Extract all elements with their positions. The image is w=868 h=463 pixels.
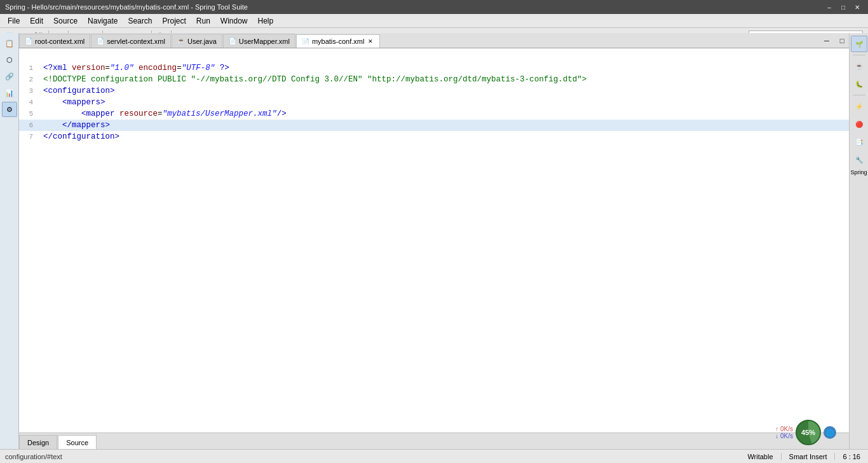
editor-tab-user-java[interactable]: ☕User.java (172, 34, 222, 48)
editor-tab-root-context-xml[interactable]: 📄root-context.xml (19, 34, 90, 48)
tab-controls: ─□ (820, 34, 849, 48)
perspective-spring[interactable]: 🌱 (851, 36, 867, 52)
tab-label: UserMapper.xml (239, 38, 290, 45)
code-editor[interactable]: 1<?xml version="1.0" encoding="UTF-8" ?>… (19, 48, 849, 463)
network-globe-icon: 🌐 (824, 426, 836, 439)
menu-item-help[interactable]: Help (253, 14, 279, 27)
persp-extra-3[interactable]: 📑 (851, 134, 867, 150)
tab-maximize-button[interactable]: □ (835, 34, 849, 48)
code-line: 6 </mappers> (19, 120, 849, 131)
code-line (19, 51, 849, 62)
code-text: <configuration> (38, 85, 115, 97)
editor-tab-mybatis-conf-xml[interactable]: 📄mybatis-conf.xml✕ (296, 34, 381, 48)
tab-icon-3: 📄 (229, 38, 236, 45)
code-text: </configuration> (38, 131, 119, 142)
tab-label: servlet-context.xml (107, 38, 165, 45)
left-btn-3[interactable]: 🔗 (2, 69, 17, 84)
editor-tab-servlet-context-xml[interactable]: 📄servlet-context.xml (91, 34, 171, 48)
tab-icon-2: ☕ (177, 38, 185, 45)
menu-item-window[interactable]: Window (215, 14, 253, 27)
tab-label: root-context.xml (35, 38, 85, 45)
menu-item-source[interactable]: Source (48, 14, 83, 27)
code-text: <mappers> (38, 97, 105, 108)
code-text: <mapper resource="mybatis/UserMapper.xml… (38, 108, 287, 120)
window-title: Spring - Hello/src/main/resources/mybati… (5, 3, 824, 11)
menu-item-search[interactable]: Search (123, 14, 157, 27)
minimize-button[interactable]: – (824, 2, 835, 12)
network-indicator: ↑ 0K/s ↓ 0K/s 45% 🌐 (775, 420, 836, 445)
menu-bar: FileEditSourceNavigateSearchProjectRunWi… (0, 14, 868, 28)
editor-tabs: 📄root-context.xml📄servlet-context.xml☕Us… (19, 33, 849, 48)
tab-icon-0: 📄 (25, 38, 32, 45)
bottom-tabs: DesignSource (19, 432, 849, 449)
persp-extra-2[interactable]: 🔴 (851, 116, 867, 132)
line-number: 5 (19, 108, 38, 120)
status-position: 6 : 16 (835, 453, 868, 460)
bottom-tab-source[interactable]: Source (58, 435, 97, 449)
line-number: 2 (19, 74, 38, 85)
left-btn-5[interactable]: ⚙ (2, 102, 17, 117)
tab-icon-4: 📄 (302, 38, 309, 45)
status-bar: configuration/#text Writable Smart Inser… (0, 449, 868, 463)
status-writable: Writable (740, 453, 781, 460)
persp-extra-1[interactable]: ⚡ (851, 98, 867, 114)
left-btn-2[interactable]: ⬡ (2, 52, 17, 67)
persp-sep-2 (853, 95, 865, 95)
code-line: 7</configuration> (19, 131, 849, 142)
menu-item-navigate[interactable]: Navigate (83, 14, 123, 27)
code-text: <!DOCTYPE configuration PUBLIC "-//mybat… (38, 74, 587, 85)
left-panel: 📋 ⬡ 🔗 📊 ⚙ (0, 33, 19, 463)
menu-item-project[interactable]: Project (157, 14, 191, 27)
line-number: 1 (19, 62, 38, 74)
perspective-debug[interactable]: 🐛 (851, 76, 867, 92)
left-btn-1[interactable]: 📋 (2, 36, 17, 51)
code-line: 2<!DOCTYPE configuration PUBLIC "-//myba… (19, 74, 849, 85)
line-number: 7 (19, 131, 38, 142)
tab-label: mybatis-conf.xml (312, 38, 365, 45)
network-circle: 45% (796, 420, 821, 445)
code-line: 4 <mappers> (19, 97, 849, 108)
perspective-bar: 🌱 ☕ 🐛 ⚡ 🔴 📑 🔧 Spring (849, 33, 868, 463)
menu-item-file[interactable]: File (3, 14, 25, 27)
line-number: 6 (19, 120, 38, 131)
network-stats: ↑ 0K/s ↓ 0K/s (775, 425, 793, 439)
editor-tab-usermapper-xml[interactable]: 📄UserMapper.xml (223, 34, 295, 48)
code-line: 5 <mapper resource="mybatis/UserMapper.x… (19, 108, 849, 120)
perspective-javaee[interactable]: ☕ (851, 58, 867, 74)
status-path: configuration/#text (0, 453, 740, 460)
code-content: 1<?xml version="1.0" encoding="UTF-8" ?>… (19, 48, 849, 463)
bottom-tab-design[interactable]: Design (19, 435, 57, 449)
code-line: 3<configuration> (19, 85, 849, 97)
tab-icon-1: 📄 (97, 38, 104, 45)
main-area: 📄root-context.xml📄servlet-context.xml☕Us… (19, 33, 849, 463)
tab-close-button[interactable]: ✕ (367, 38, 374, 45)
tab-label: User.java (187, 38, 217, 45)
line-number: 4 (19, 97, 38, 108)
perspective-spring-label: Spring (850, 169, 867, 176)
code-text: </mappers> (38, 120, 110, 131)
maximize-button[interactable]: □ (837, 2, 849, 12)
persp-extra-4[interactable]: 🔧 (851, 151, 867, 168)
status-insert: Smart Insert (782, 453, 836, 460)
title-bar: Spring - Hello/src/main/resources/mybati… (0, 0, 868, 14)
tab-minimize-button[interactable]: ─ (820, 34, 834, 48)
download-speed: ↓ 0K/s (775, 432, 793, 439)
upload-speed: ↑ 0K/s (775, 425, 793, 432)
close-button[interactable]: ✕ (851, 2, 863, 12)
line-number: 3 (19, 85, 38, 97)
menu-item-edit[interactable]: Edit (25, 14, 48, 27)
menu-item-run[interactable]: Run (191, 14, 215, 27)
left-btn-4[interactable]: 📊 (2, 85, 17, 100)
persp-sep-1 (853, 55, 865, 55)
code-line: 1<?xml version="1.0" encoding="UTF-8" ?> (19, 62, 849, 74)
code-text: <?xml version="1.0" encoding="UTF-8" ?> (38, 62, 229, 74)
